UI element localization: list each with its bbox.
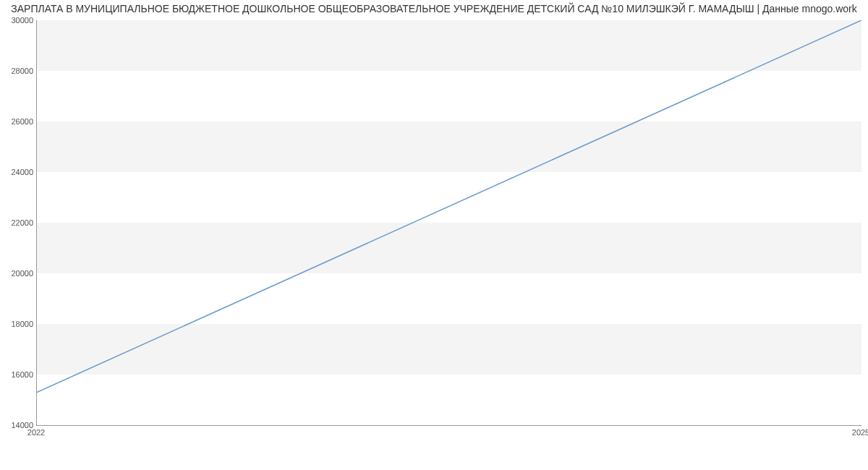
- y-tick-label: 30000: [1, 16, 33, 25]
- y-tick-label: 16000: [1, 370, 33, 379]
- x-tick-label: 2022: [27, 428, 45, 437]
- y-tick-label: 22000: [1, 218, 33, 227]
- chart-container: ЗАРПЛАТА В МУНИЦИПАЛЬНОЕ БЮДЖЕТНОЕ ДОШКО…: [0, 0, 868, 448]
- chart-title: ЗАРПЛАТА В МУНИЦИПАЛЬНОЕ БЮДЖЕТНОЕ ДОШКО…: [0, 3, 868, 14]
- series-line: [37, 20, 861, 393]
- y-tick-label: 26000: [1, 117, 33, 126]
- y-tick-label: 28000: [1, 67, 33, 75]
- y-tick-label: 24000: [1, 168, 33, 176]
- x-tick-label: 2025: [852, 428, 868, 437]
- y-tick-label: 18000: [1, 320, 33, 328]
- y-tick-label: 20000: [1, 269, 33, 278]
- plot-area: [36, 20, 861, 426]
- line-series: [37, 20, 861, 425]
